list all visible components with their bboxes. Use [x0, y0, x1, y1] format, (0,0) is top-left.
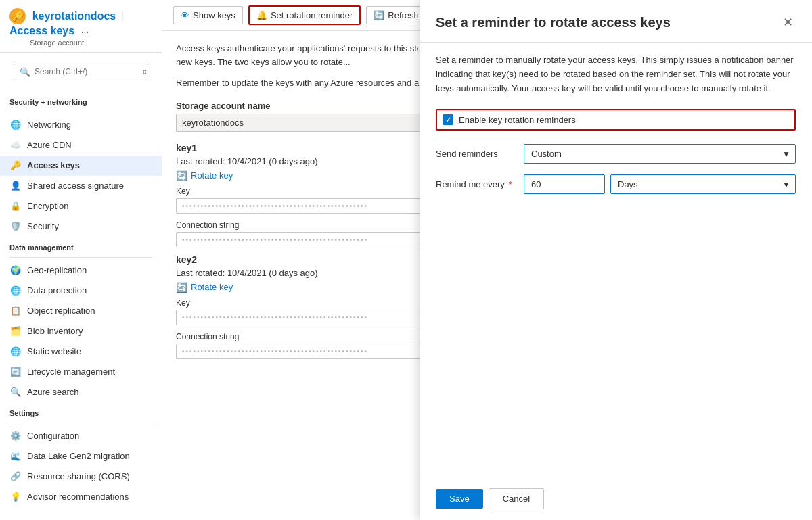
page-title-header: Access keys: [9, 25, 74, 37]
sidebar-item-label-lifecycle: Lifecycle management: [27, 367, 115, 377]
send-reminders-control: Custom Every 30 days Every 60 days Every…: [524, 144, 796, 164]
send-reminders-label: Send reminders: [436, 149, 524, 159]
lake-icon: 🌊: [9, 450, 22, 463]
sidebar-item-data-protection[interactable]: 🌐 Data protection: [0, 281, 162, 301]
section-divider-data: [9, 257, 152, 258]
sidebar-item-shared-access[interactable]: 👤 Shared access signature: [0, 176, 162, 196]
send-reminders-select-wrapper: Custom Every 30 days Every 60 days Every…: [524, 144, 796, 164]
send-reminders-row: Send reminders Custom Every 30 days Ever…: [436, 144, 796, 164]
sidebar-item-label-data: Data protection: [27, 285, 87, 296]
show-keys-button[interactable]: 👁 Show keys: [173, 6, 243, 24]
refresh-label: Refresh: [388, 10, 419, 20]
section-label-settings: Settings: [0, 402, 162, 420]
section-label-data: Data management: [0, 237, 162, 254]
key1-rotate-icon: 🔄: [176, 170, 187, 181]
eye-icon: 👁: [181, 10, 189, 20]
required-star: *: [509, 179, 512, 189]
sidebar-item-azure-cdn[interactable]: ☁️ Azure CDN: [0, 135, 162, 156]
sidebar-item-label-access-keys: Access keys: [27, 160, 80, 170]
remind-me-label: Remind me every *: [436, 179, 524, 189]
sidebar-item-lifecycle[interactable]: 🔄 Lifecycle management: [0, 362, 162, 382]
sidebar-item-access-keys[interactable]: 🔑 Access keys: [0, 156, 162, 176]
rotation-icon: 🔔: [256, 10, 267, 20]
set-rotation-button[interactable]: 🔔 Set rotation reminder: [248, 5, 361, 25]
sidebar-item-configuration[interactable]: ⚙️ Configuration: [0, 426, 162, 446]
more-icon[interactable]: ...: [81, 24, 89, 35]
sidebar-header: 🔑 keyrotationdocs | Access keys ... Stor…: [0, 0, 162, 53]
key1-rotate-button[interactable]: 🔄 Rotate key: [176, 170, 233, 181]
panel-close-button[interactable]: ✕: [780, 14, 796, 31]
search-box[interactable]: 🔍: [14, 64, 148, 80]
sidebar-item-static-website[interactable]: 🌐 Static website: [0, 341, 162, 362]
remind-me-input[interactable]: [524, 174, 605, 194]
sidebar-item-cors[interactable]: 🔗 Resource sharing (CORS): [0, 467, 162, 487]
key2-rotate-icon: 🔄: [176, 282, 187, 293]
key1-rotate-label: Rotate key: [191, 170, 233, 181]
cancel-button[interactable]: Cancel: [489, 488, 544, 509]
security-icon: 🛡️: [9, 220, 22, 233]
sidebar-item-data-lake[interactable]: 🌊 Data Lake Gen2 migration: [0, 446, 162, 467]
advisor-icon: 💡: [9, 491, 22, 503]
sidebar-item-networking[interactable]: 🌐 Networking: [0, 115, 162, 135]
sidebar-item-label-static: Static website: [27, 346, 81, 356]
key2-dots: ••••••••••••••••••••••••••••••••••••••••…: [182, 314, 368, 321]
data-icon: 🌐: [9, 285, 22, 297]
sidebar-item-label-cdn: Azure CDN: [27, 140, 72, 150]
azure-search-icon: 🔍: [9, 386, 22, 398]
object-icon: 📋: [9, 305, 22, 317]
send-reminders-select[interactable]: Custom Every 30 days Every 60 days Every…: [524, 144, 796, 164]
key-icon: 🔑: [9, 160, 22, 172]
lifecycle-icon: 🔄: [9, 366, 22, 378]
set-rotation-label: Set rotation reminder: [271, 10, 353, 20]
sidebar-item-label-security: Security: [27, 221, 59, 231]
enable-reminder-row: Enable key rotation reminders: [436, 109, 796, 131]
search-icon: 🔍: [20, 67, 30, 77]
collapse-sidebar-button[interactable]: «: [142, 67, 147, 76]
sidebar-item-label-cors: Resource sharing (CORS): [27, 471, 130, 481]
search-container: 🔍 «: [7, 58, 155, 86]
sidebar-item-blob-inventory[interactable]: 🗂️ Blob inventory: [0, 321, 162, 341]
sidebar-item-label-lake: Data Lake Gen2 migration: [27, 451, 130, 461]
show-keys-label: Show keys: [193, 10, 235, 20]
enable-reminder-checkbox[interactable]: [443, 114, 453, 125]
enable-reminder-label: Enable key rotation reminders: [459, 115, 576, 125]
days-select-wrapper: Days Weeks Months ▼: [610, 174, 796, 194]
refresh-button[interactable]: 🔄 Refresh: [366, 6, 426, 24]
search-input[interactable]: [35, 67, 142, 76]
section-divider-security: [9, 112, 152, 112]
sidebar-item-label-search: Azure search: [27, 387, 79, 397]
sidebar-item-label-encryption: Encryption: [27, 201, 68, 211]
geo-icon: 🌍: [9, 264, 22, 277]
config-icon: ⚙️: [9, 430, 22, 442]
panel-body: Set a reminder to manually rotate your a…: [420, 43, 812, 477]
network-icon: 🌐: [9, 119, 22, 131]
section-label-security: Security + networking: [0, 91, 162, 109]
sidebar-item-advisor[interactable]: 💡 Advisor recommendations: [0, 487, 162, 507]
sidebar-item-object-replication[interactable]: 📋 Object replication: [0, 301, 162, 321]
sidebar-item-label-sas: Shared access signature: [27, 181, 124, 191]
sidebar-item-geo[interactable]: 🌍 Geo-replication: [0, 260, 162, 281]
sidebar-item-label-config: Configuration: [27, 431, 79, 441]
cors-icon: 🔗: [9, 471, 22, 483]
key1-connection-dots: ••••••••••••••••••••••••••••••••••••••••…: [182, 236, 368, 243]
blob-icon: 🗂️: [9, 325, 22, 337]
cdn-icon: ☁️: [9, 139, 22, 151]
encryption-icon: 🔒: [9, 200, 22, 212]
sidebar: 🔑 keyrotationdocs | Access keys ... Stor…: [0, 0, 162, 520]
remind-me-control: Days Weeks Months ▼: [524, 174, 796, 194]
account-icon: 🔑: [9, 8, 26, 24]
sidebar-item-label-blob: Blob inventory: [27, 326, 83, 336]
account-subtitle: Storage account: [9, 39, 152, 47]
sidebar-item-label-networking: Networking: [27, 120, 71, 130]
days-select[interactable]: Days Weeks Months: [610, 174, 796, 194]
sidebar-item-azure-search[interactable]: 🔍 Azure search: [0, 382, 162, 402]
static-icon: 🌐: [9, 346, 22, 358]
sidebar-item-security[interactable]: 🛡️ Security: [0, 216, 162, 237]
panel-header: Set a reminder to rotate access keys ✕: [420, 0, 812, 43]
key2-connection-dots: ••••••••••••••••••••••••••••••••••••••••…: [182, 348, 368, 355]
key2-rotate-button[interactable]: 🔄 Rotate key: [176, 282, 233, 293]
save-button[interactable]: Save: [436, 489, 483, 509]
panel-title: Set a reminder to rotate access keys: [436, 14, 671, 31]
sidebar-item-encryption[interactable]: 🔒 Encryption: [0, 196, 162, 216]
key2-rotate-label: Rotate key: [191, 282, 233, 292]
